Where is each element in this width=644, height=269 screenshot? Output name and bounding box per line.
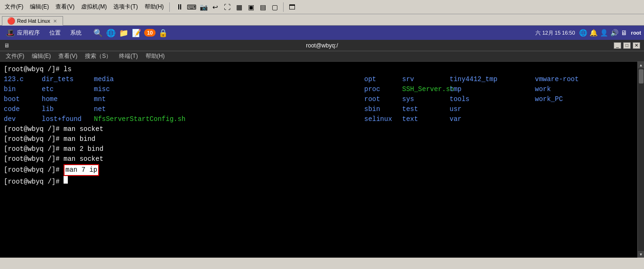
toolbar-separator <box>169 2 170 12</box>
ls-output-row3: boot home mnt root sys tools work_PC <box>4 94 640 104</box>
terminal-container[interactable]: [root@wbyq /]# ls 123.c dir_tets media o… <box>0 62 644 258</box>
window-icon[interactable]: 🗖 <box>287 2 297 12</box>
close-button[interactable]: ✕ <box>633 42 640 49</box>
vm-menu-view[interactable]: 查看(V) <box>53 2 77 12</box>
term-line-manbind: [root@wbyq /]# man bind <box>4 134 640 144</box>
system-bar-quick-launch: 🔍 🌐 📁 📝 10 🔒 <box>93 28 168 38</box>
term-menu-help[interactable]: 帮助(H) <box>143 51 168 61</box>
minimize-button[interactable]: _ <box>614 42 621 49</box>
terminal-title: root@wbyq:/ <box>306 42 338 49</box>
scroll-down-button[interactable]: ▼ <box>638 251 644 258</box>
ls-item-var: var <box>450 114 535 124</box>
term-menu-file[interactable]: 文件(F) <box>3 51 27 61</box>
vm-menu-tabs[interactable]: 选项卡(T) <box>110 2 140 12</box>
user-icon[interactable]: 👤 <box>600 29 608 37</box>
ls-item-sys: sys <box>402 94 450 104</box>
apps-menu[interactable]: 🎩 应用程序 <box>3 28 43 38</box>
redhat-logo-icon: 🔴 <box>7 17 15 25</box>
ls-item-sshserver: SSH_Server.sh <box>402 84 450 94</box>
terminal-cursor <box>64 176 68 184</box>
ls-item-selinux: selinux <box>364 114 402 124</box>
snapshot-icon[interactable]: 📷 <box>198 2 209 12</box>
prompt-4: [root@wbyq /]# <box>4 144 64 154</box>
cmd-ls: ls <box>64 65 72 74</box>
datetime-label: 六 12月 15 16:50 <box>535 29 575 37</box>
ls-item-tools: tools <box>450 94 535 104</box>
ls-item-etc: etc <box>42 84 94 94</box>
terminal-icon: 🖥 <box>4 42 9 49</box>
vm-menu-vm[interactable]: 虚拟机(M) <box>78 2 110 12</box>
ls-item-vmware: vmware-root <box>535 74 579 84</box>
term-menu-search[interactable]: 搜索（S） <box>82 51 114 61</box>
terminal-body[interactable]: [root@wbyq /]# ls 123.c dir_tets media o… <box>0 62 644 258</box>
view4-icon[interactable]: ▢ <box>269 2 280 12</box>
scroll-up-button[interactable]: ▲ <box>638 62 644 68</box>
ls-item-opt: opt <box>364 74 402 84</box>
scroll-track[interactable] <box>638 68 644 251</box>
term-menu-view[interactable]: 查看(V) <box>55 51 80 61</box>
term-menu-terminal[interactable]: 终端(T) <box>116 51 140 61</box>
fullscreen-icon[interactable]: ⛶ <box>222 2 232 12</box>
ls-item-boot: boot <box>4 94 42 104</box>
ls-item-work: work <box>535 84 551 94</box>
ls-item-sbin: sbin <box>364 104 402 114</box>
user-label: root <box>631 30 641 36</box>
terminal-title-left: 🖥 <box>4 42 9 49</box>
tab-close-button[interactable]: ✕ <box>52 19 58 24</box>
vm-menu-help[interactable]: 帮助(H) <box>142 2 167 12</box>
tab-redhat[interactable]: 🔴 Red Hat Linux ✕ <box>2 16 63 26</box>
term-menu-edit[interactable]: 编辑(E) <box>29 51 54 61</box>
view2-icon[interactable]: ▣ <box>246 2 256 12</box>
cmd-mansocket1: man socket <box>64 124 103 134</box>
places-menu[interactable]: 位置 <box>46 28 64 38</box>
term-line-ls-cmd: [root@wbyq /]# ls <box>4 65 640 74</box>
send-keys-icon[interactable]: ⌨ <box>186 2 197 12</box>
terminal-titlebar: 🖥 root@wbyq:/ _ □ ✕ <box>0 40 644 51</box>
system-menu[interactable]: 系统 <box>67 28 84 38</box>
revert-icon[interactable]: ↩ <box>210 2 221 12</box>
lock-icon[interactable]: 🔒 <box>158 28 168 38</box>
ls-item-test: test <box>402 104 450 114</box>
ls-item-srv: srv <box>402 74 450 84</box>
ls-output-row2: bin etc misc proc SSH_Server.sh tmp work <box>4 84 640 94</box>
cmd-manbind: man bind <box>64 134 95 144</box>
terminal-window-controls: _ □ ✕ <box>613 42 640 49</box>
display-icon[interactable]: 🖥 <box>621 29 627 37</box>
system-bar-right: 六 12月 15 16:50 🌐 🔔 👤 🔊 🖥 root <box>535 29 641 37</box>
alert-icon[interactable]: 🔔 <box>589 29 598 37</box>
ls-item-media: media <box>94 74 189 84</box>
vm-menu-file[interactable]: 文件(F) <box>2 2 26 12</box>
search-icon[interactable]: 🔍 <box>93 28 103 38</box>
system-tray: 🌐 🔔 👤 🔊 🖥 <box>579 29 627 37</box>
prompt-1: [root@wbyq /]# <box>4 65 64 74</box>
term-line-man7ip: [root@wbyq /]# man 7 ip <box>4 164 640 176</box>
view3-icon[interactable]: ▤ <box>258 2 268 12</box>
apps-label[interactable]: 应用程序 <box>17 29 40 37</box>
ls-output-row4: code lib net sbin test usr <box>4 104 640 114</box>
prompt-2: [root@wbyq /]# <box>4 124 64 134</box>
term-line-mansocket1: [root@wbyq /]# man socket <box>4 124 640 134</box>
vm-menu-edit[interactable]: 编辑(E) <box>27 2 52 12</box>
ls-item-text: text <box>402 114 450 124</box>
view1-icon[interactable]: ▦ <box>234 2 244 12</box>
notification-badge[interactable]: 10 <box>144 29 156 37</box>
term-line-cursor: [root@wbyq /]# <box>4 176 640 187</box>
places-label[interactable]: 位置 <box>49 29 61 37</box>
network-icon[interactable]: 🌐 <box>579 29 587 37</box>
scroll-thumb[interactable] <box>639 69 644 83</box>
system-bar: 🎩 应用程序 位置 系统 🔍 🌐 📁 📝 10 🔒 六 12月 15 16:50… <box>0 26 644 40</box>
ls-item-net: net <box>94 104 189 114</box>
system-label[interactable]: 系统 <box>70 29 82 37</box>
terminal-scrollbar[interactable]: ▲ ▼ <box>637 62 644 258</box>
ls-item-lib: lib <box>42 104 94 114</box>
maximize-button[interactable]: □ <box>623 42 631 49</box>
terminal-menubar: 文件(F) 编辑(E) 查看(V) 搜索（S） 终端(T) 帮助(H) <box>0 51 644 62</box>
prompt-6: [root@wbyq /]# <box>4 165 64 175</box>
volume-icon[interactable]: 🔊 <box>610 29 618 37</box>
pause-icon[interactable]: ⏸ <box>175 2 185 12</box>
ls-item-usr: usr <box>450 104 535 114</box>
files-icon[interactable]: 📁 <box>119 28 129 38</box>
browser-icon[interactable]: 🌐 <box>106 28 116 38</box>
edit-icon[interactable]: 📝 <box>131 28 142 38</box>
vm-toolbar: 文件(F) 编辑(E) 查看(V) 虚拟机(M) 选项卡(T) 帮助(H) ⏸ … <box>0 0 644 14</box>
